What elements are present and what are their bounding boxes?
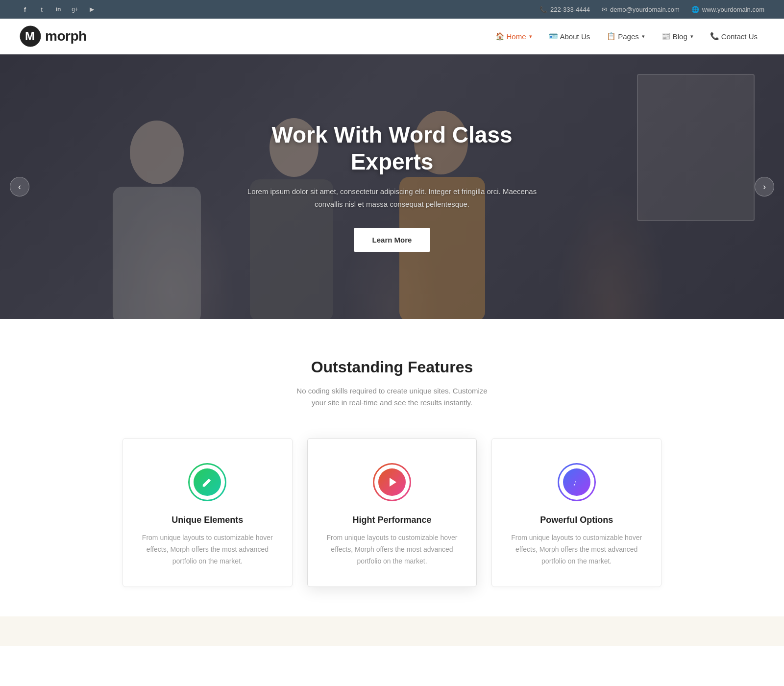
nav-about[interactable]: 🪪 About Us (542, 28, 597, 45)
nav-contact[interactable]: 📞 Contact Us (703, 28, 764, 45)
social-googleplus[interactable]: g+ (70, 4, 80, 15)
logo[interactable]: M morph (20, 25, 87, 47)
social-linkedin[interactable]: in (53, 4, 64, 15)
features-grid: Unique Elements From unique layouts to c… (122, 438, 662, 587)
feature-title-unique: Unique Elements (138, 515, 277, 525)
feature-desc-performance: From unique layouts to customizable hove… (322, 532, 462, 567)
edit-icon (201, 476, 214, 489)
svg-marker-8 (390, 478, 396, 487)
hero-cta-button[interactable]: Learn More (354, 228, 431, 252)
logo-text: morph (45, 28, 87, 44)
about-icon: 🪪 (549, 32, 558, 41)
pages-icon: 📋 (607, 32, 616, 41)
feature-desc-options: From unique layouts to customizable hove… (507, 532, 646, 567)
nav-blog[interactable]: 📰 Blog ▾ (655, 28, 700, 45)
features-section: Outstanding Features No coding skills re… (0, 319, 784, 616)
home-icon: 🏠 (495, 32, 505, 41)
feature-card-unique: Unique Elements From unique layouts to c… (122, 438, 293, 587)
social-twitter[interactable]: t (36, 4, 47, 15)
website-info: 🌐 www.yourdomain.com (691, 6, 764, 13)
bottom-strip (0, 616, 784, 646)
email-info: ✉ demo@yourdomain.com (602, 6, 680, 13)
feature-icon-inner-performance (378, 468, 406, 496)
svg-text:M: M (25, 29, 35, 43)
feature-icon-inner-options: ♪ (563, 468, 590, 496)
phone-icon: 📞 (539, 6, 547, 13)
email-address: demo@yourdomain.com (610, 6, 680, 13)
feature-icon-inner-unique (194, 468, 221, 496)
home-arrow: ▾ (529, 33, 532, 40)
nav-home[interactable]: 🏠 Home ▾ (489, 28, 539, 45)
pages-arrow: ▾ (642, 33, 645, 40)
hero-next-button[interactable]: › (755, 177, 774, 196)
email-icon: ✉ (602, 6, 607, 13)
phone-info: 📞 222-333-4444 (539, 6, 590, 13)
globe-icon: 🌐 (691, 6, 699, 13)
feature-title-performance: Hight Performance (322, 515, 462, 525)
main-nav: 🏠 Home ▾ 🪪 About Us 📋 Pages ▾ 📰 Blog ▾ 📞… (489, 28, 765, 45)
feature-icon-performance (373, 463, 411, 501)
music-icon: ♪ (570, 476, 583, 489)
social-facebook[interactable]: f (20, 4, 30, 15)
features-subtitle: No coding skills required to create uniq… (289, 385, 495, 409)
feature-card-performance: Hight Performance From unique layouts to… (307, 438, 477, 587)
features-title: Outstanding Features (49, 358, 735, 376)
hero-prev-button[interactable]: ‹ (10, 177, 29, 196)
logo-icon: M (20, 25, 41, 47)
phone-number: 222-333-4444 (550, 6, 590, 13)
contact-info: 📞 222-333-4444 ✉ demo@yourdomain.com 🌐 w… (539, 6, 764, 13)
hero-title: Work With Word Class Experts (245, 122, 539, 175)
feature-desc-unique: From unique layouts to customizable hove… (138, 532, 277, 567)
hero-section: Work With Word Class Experts Lorem ipsum… (0, 54, 784, 319)
feature-icon-options: ♪ (558, 463, 596, 501)
svg-text:♪: ♪ (573, 478, 577, 488)
feature-title-options: Powerful Options (507, 515, 646, 525)
website-url: www.yourdomain.com (702, 6, 764, 13)
header: M morph 🏠 Home ▾ 🪪 About Us 📋 Pages ▾ 📰 … (0, 19, 784, 54)
top-bar: f t in g+ ▶ 📞 222-333-4444 ✉ demo@yourdo… (0, 0, 784, 19)
nav-pages[interactable]: 📋 Pages ▾ (600, 28, 652, 45)
play-icon (386, 476, 398, 489)
hero-subtitle: Lorem ipsum dolor sit amet, consectetur … (245, 185, 539, 210)
hero-whiteboard (637, 74, 755, 221)
social-youtube[interactable]: ▶ (86, 4, 97, 15)
blog-icon: 📰 (662, 32, 671, 41)
feature-card-options: ♪ Powerful Options From unique layouts t… (491, 438, 662, 587)
contact-icon: 📞 (710, 32, 719, 41)
blog-arrow: ▾ (690, 33, 693, 40)
hero-content: Work With Word Class Experts Lorem ipsum… (235, 122, 549, 252)
social-links: f t in g+ ▶ (20, 4, 97, 15)
feature-icon-unique (188, 463, 226, 501)
